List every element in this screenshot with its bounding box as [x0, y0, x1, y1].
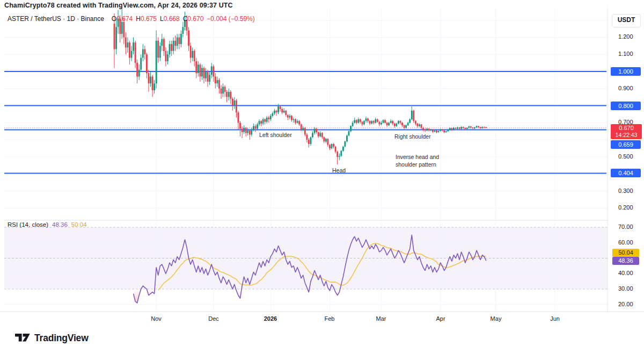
low-label: L — [160, 15, 164, 23]
annotation-inverse-pattern[interactable]: Inverse head and shoulder pattern — [396, 154, 462, 168]
open-label: O — [112, 15, 116, 23]
high-value: 0.675 — [141, 15, 157, 23]
annotation-right-shoulder[interactable]: Right shoulder — [394, 133, 431, 141]
symbol-title[interactable]: ASTER / TetherUS · 1D · Binance — [8, 15, 104, 23]
tradingview-logo-text: TradingView — [34, 333, 89, 344]
tradingview-logo[interactable]: TradingView — [15, 333, 89, 344]
high-label: H — [136, 15, 141, 23]
change-value: −0.004 (−0.59%) — [207, 15, 254, 23]
close-value: 0.670 — [187, 15, 203, 23]
currency-usdt-button[interactable]: USDT — [612, 14, 641, 27]
low-value: 0.668 — [164, 15, 180, 23]
open-value: 0.674 — [116, 15, 133, 23]
annotation-head[interactable]: Head — [332, 167, 346, 175]
tradingview-chart-widget: ChamiCrypto78 created with TradingView.c… — [0, 0, 644, 353]
chart-canvas[interactable] — [0, 0, 644, 353]
symbol-legend: ASTER / TetherUS · 1D · BinanceO0.674H0.… — [8, 15, 255, 23]
tradingview-logo-icon — [15, 334, 31, 343]
annotation-left-shoulder[interactable]: Left shoulder — [259, 132, 292, 139]
